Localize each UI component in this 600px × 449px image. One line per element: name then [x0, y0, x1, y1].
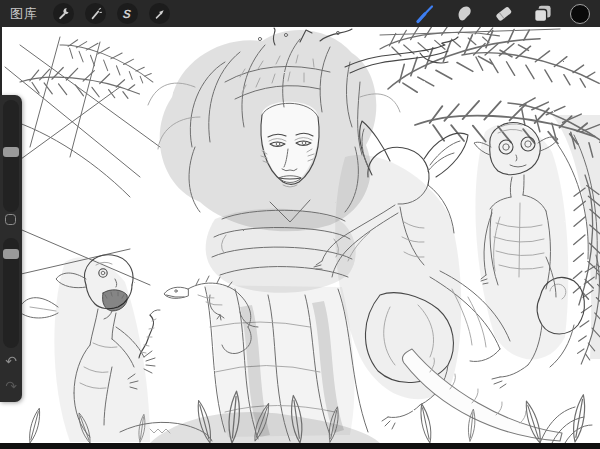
paint-tool-button[interactable]	[414, 3, 436, 25]
topbar: 图库 S	[0, 0, 600, 27]
sidebar: ↶ ↷	[0, 95, 22, 402]
adjustments-button[interactable]	[85, 3, 106, 24]
color-swatch-button[interactable]	[570, 4, 590, 24]
selection-s-icon: S	[123, 7, 132, 21]
drawing-canvas[interactable]	[0, 27, 600, 443]
brush-size-handle[interactable]	[3, 147, 19, 157]
actions-button[interactable]	[53, 3, 74, 24]
canvas-bottom-edge	[0, 443, 600, 449]
artwork-sketch	[0, 27, 600, 443]
brush-stroke-icon	[414, 3, 436, 25]
transform-button[interactable]	[149, 3, 170, 24]
eraser-icon	[493, 3, 514, 24]
topbar-right-tools	[414, 3, 590, 25]
selection-button[interactable]: S	[117, 3, 138, 24]
redo-button[interactable]: ↷	[0, 376, 22, 396]
transform-arrow-icon	[152, 6, 167, 21]
opacity-slider[interactable]	[3, 238, 19, 348]
magic-wand-icon	[88, 6, 103, 21]
opacity-handle[interactable]	[3, 249, 19, 259]
procreate-window: 图库 S	[0, 0, 600, 449]
layers-icon	[532, 3, 553, 24]
smudge-tool-button[interactable]	[453, 3, 475, 25]
undo-button[interactable]: ↶	[0, 351, 22, 371]
smudge-finger-icon	[454, 3, 475, 24]
wrench-icon	[56, 6, 71, 21]
modify-button[interactable]	[5, 214, 16, 225]
erase-tool-button[interactable]	[492, 3, 514, 25]
brush-size-slider[interactable]	[3, 100, 19, 212]
topbar-left-tools: 图库 S	[10, 3, 170, 24]
gallery-button[interactable]: 图库	[10, 7, 42, 20]
layers-button[interactable]	[531, 3, 553, 25]
